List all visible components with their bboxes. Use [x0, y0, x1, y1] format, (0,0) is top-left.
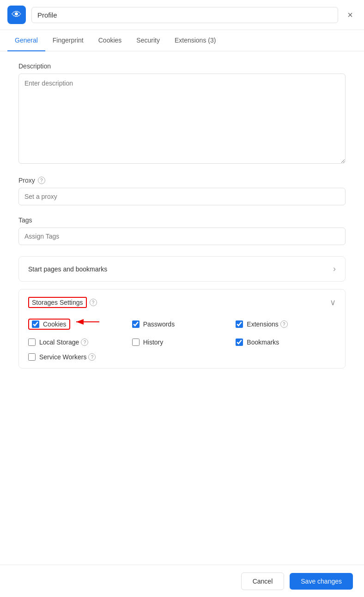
- description-label: Description: [18, 62, 346, 70]
- storages-title-box: Storages Settings: [28, 297, 87, 308]
- logo-icon: 👁: [12, 10, 22, 20]
- profile-title-input[interactable]: [31, 7, 338, 23]
- checkbox-item-bookmarks: Bookmarks: [236, 339, 336, 346]
- cancel-button[interactable]: Cancel: [241, 572, 285, 590]
- tags-field-group: Tags: [18, 216, 346, 245]
- proxy-input[interactable]: [18, 188, 346, 205]
- storages-header: Storages Settings ? ∨: [28, 297, 336, 308]
- checkbox-item-extensions: Extensions ?: [236, 317, 336, 331]
- checkbox-history[interactable]: [132, 339, 140, 346]
- service-workers-label: Service Workers ?: [39, 353, 96, 361]
- tab-general[interactable]: General: [7, 30, 45, 51]
- start-pages-label: Start pages and bookmarks: [28, 265, 107, 273]
- cookies-highlight-box: Cookies: [28, 319, 70, 330]
- start-pages-row[interactable]: Start pages and bookmarks ›: [18, 256, 346, 282]
- close-button[interactable]: ×: [344, 8, 357, 21]
- footer: Cancel Save changes: [0, 565, 364, 597]
- cookies-label: Cookies: [43, 320, 67, 328]
- local-storage-help-icon: ?: [81, 339, 88, 346]
- logo: 👁: [7, 6, 26, 24]
- tab-cookies[interactable]: Cookies: [91, 30, 129, 51]
- local-storage-label: Local Storage ?: [39, 339, 88, 346]
- storages-title: Storages Settings ?: [28, 297, 97, 308]
- extensions-help-icon: ?: [280, 320, 288, 328]
- checkbox-extensions[interactable]: [236, 320, 243, 328]
- checkbox-local-storage[interactable]: [28, 339, 36, 346]
- chevron-right-icon: ›: [333, 264, 336, 274]
- tags-label: Tags: [18, 216, 346, 224]
- checkbox-item-history: History: [132, 339, 232, 346]
- checkbox-item-passwords: Passwords: [132, 317, 232, 331]
- tags-input[interactable]: [18, 228, 346, 245]
- tab-extensions[interactable]: Extensions (3): [167, 30, 223, 51]
- tabs-bar: General Fingerprint Cookies Security Ext…: [0, 30, 364, 51]
- proxy-field-group: Proxy ?: [18, 177, 346, 205]
- description-field-group: Description: [18, 62, 346, 166]
- proxy-label: Proxy ?: [18, 177, 346, 184]
- history-label: History: [143, 339, 164, 346]
- description-textarea[interactable]: [18, 74, 346, 164]
- checkbox-service-workers[interactable]: [28, 353, 36, 361]
- chevron-down-icon[interactable]: ∨: [330, 297, 336, 308]
- service-workers-help-icon: ?: [88, 353, 96, 361]
- extensions-label: Extensions ?: [247, 320, 287, 328]
- checkbox-passwords[interactable]: [132, 320, 140, 328]
- checkboxes-grid: Cookies Passwords: [28, 317, 336, 361]
- main-content: Description Proxy ? Tags Start pages and…: [0, 51, 364, 380]
- arrow-annotation: [74, 317, 102, 331]
- bookmarks-label: Bookmarks: [247, 339, 279, 346]
- checkbox-item-local-storage: Local Storage ?: [28, 339, 128, 346]
- tab-security[interactable]: Security: [129, 30, 167, 51]
- header: 👁 ×: [0, 0, 364, 30]
- checkbox-cookies[interactable]: [32, 320, 39, 328]
- checkbox-bookmarks[interactable]: [236, 339, 243, 346]
- tab-fingerprint[interactable]: Fingerprint: [45, 30, 91, 51]
- proxy-help-icon: ?: [38, 177, 45, 184]
- storages-settings-section: Storages Settings ? ∨ Cookies: [18, 289, 346, 369]
- checkbox-item-service-workers: Service Workers ?: [28, 353, 128, 361]
- checkbox-item-cookies: Cookies: [28, 317, 128, 331]
- save-changes-button[interactable]: Save changes: [290, 573, 353, 590]
- passwords-label: Passwords: [143, 320, 175, 328]
- storages-help-icon: ?: [90, 299, 97, 306]
